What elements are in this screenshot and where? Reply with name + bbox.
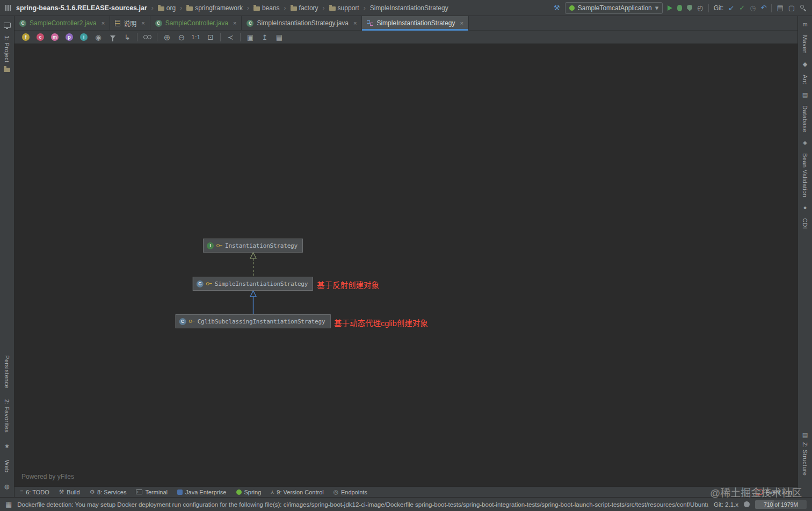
toolwindow-java-enterprise[interactable]: Java Enterprise — [177, 489, 226, 495]
close-icon[interactable]: × — [233, 20, 236, 26]
status-message[interactable]: Dockerfile detection: You may setup Dock… — [17, 501, 708, 508]
node-label: InstantiationStrategy — [225, 242, 298, 249]
sidebar-item-favorites[interactable]: 2: Favorites — [4, 399, 10, 433]
sidebar-item-database[interactable]: Database — [802, 105, 808, 132]
sidebar-item-ant[interactable]: Ant — [802, 75, 808, 84]
left-stripe-top-group: 1: Project — [0, 23, 14, 72]
key-icon — [216, 244, 222, 247]
properties-visibility-button[interactable]: p — [64, 32, 74, 42]
tab-shuoming[interactable]: 说明 × — [110, 16, 150, 30]
apply-layout-button[interactable]: ≺ — [226, 32, 235, 42]
sidebar-item-web[interactable]: Web — [4, 460, 10, 473]
structure-icon: ▤ — [802, 432, 808, 438]
separator — [157, 33, 157, 41]
close-icon[interactable]: × — [353, 20, 357, 26]
git-commit-icon[interactable]: ✓ — [739, 4, 745, 11]
build-hammer-icon[interactable]: ⚒ — [554, 4, 560, 11]
sidebar-item-bean-validation[interactable]: Bean Validation — [802, 153, 808, 197]
git-label: Git: — [714, 4, 724, 12]
toolwindow-endpoints[interactable]: ◎Endpoints — [334, 489, 367, 495]
breadcrumb-org[interactable]: org — [158, 4, 176, 12]
git-history-icon[interactable]: ◷ — [750, 4, 756, 11]
sidebar-item-structure[interactable]: Z: Structure — [802, 442, 808, 476]
close-icon[interactable]: × — [141, 20, 144, 26]
toolwindow-terminal[interactable]: ›Terminal — [136, 489, 168, 495]
toolwindow-version-control[interactable]: Y9: Version Control — [271, 489, 323, 495]
breadcrumb-springframework[interactable]: springframework — [186, 4, 243, 12]
inner-classes-visibility-button[interactable]: i — [79, 32, 89, 42]
coverage-button[interactable] — [687, 5, 692, 11]
diagram-node-simple-instantiation-strategy[interactable]: C SimpleInstantiationStrategy — [193, 277, 313, 291]
sidebar-item-cdi[interactable]: CDI — [802, 218, 808, 229]
breadcrumb-support[interactable]: support — [329, 4, 359, 12]
tab-label: 说明 — [124, 19, 136, 28]
breadcrumb-factory[interactable]: factory — [291, 4, 318, 12]
toolwindow-services[interactable]: ⚙8: Services — [90, 489, 127, 495]
run-config-selector[interactable]: SampleTomcatApplication ▾ — [565, 2, 663, 14]
window-icon[interactable]: ▢ — [788, 4, 795, 11]
sidebar-item-project[interactable]: 1: Project — [4, 35, 10, 62]
title-bar-actions: ⚒ SampleTomcatApplication ▾ ◴ Git: ↙ ✓ ◷… — [554, 2, 807, 14]
folder-icon[interactable] — [4, 68, 10, 72]
separator — [220, 33, 221, 41]
tab-simple-instantiation-strategy-diagram[interactable]: SimpleInstantiationStrategy × — [362, 16, 469, 30]
link-button[interactable] — [142, 32, 152, 42]
star-icon: ★ — [4, 443, 10, 449]
git-update-icon[interactable]: ↙ — [728, 4, 734, 11]
actual-size-button[interactable]: 1:1 — [191, 32, 201, 42]
close-icon[interactable]: × — [102, 20, 105, 26]
profiler-button[interactable]: ◴ — [697, 4, 703, 11]
diff-icon[interactable]: ▤ — [777, 4, 783, 11]
breadcrumb-jar[interactable]: spring-beans-5.1.6.RELEASE-sources.jar — [16, 4, 147, 12]
print-button[interactable]: ▤ — [274, 32, 284, 42]
git-branch-widget[interactable]: Git: 2.1.x — [714, 501, 738, 508]
toolwindow-todo[interactable]: ≡6: TODO — [20, 489, 49, 495]
right-stripe-top-group: m Maven ◆ Ant ▤ Database ◈ Bean Validati… — [798, 21, 812, 229]
search-everywhere-icon[interactable] — [800, 4, 807, 11]
zoom-in-button[interactable]: ⊕ — [162, 32, 172, 42]
sidebar-item-maven[interactable]: Maven — [802, 35, 808, 54]
cdi-icon: ● — [803, 205, 807, 211]
export-diagram-button[interactable]: ↥ — [260, 32, 270, 42]
key-icon — [206, 282, 212, 285]
diagram-edges — [15, 44, 798, 486]
tab-simple-instantiation-strategy-java[interactable]: C SimpleInstantiationStrategy.java × — [242, 16, 362, 30]
tab-sample-controller2[interactable]: C SampleController2.java × — [15, 16, 110, 30]
toolwindow-spring[interactable]: Spring — [236, 489, 262, 495]
run-button[interactable] — [668, 5, 672, 11]
toolwindow-build[interactable]: ⚒Build — [59, 489, 80, 495]
diagram-node-cglib-subclassing-instantiation-strategy[interactable]: C CglibSubclassingInstantiationStrategy — [176, 314, 331, 328]
tab-sample-controller[interactable]: C SampleController.java × — [150, 16, 242, 30]
tool-windows-toggle-icon[interactable]: ▦ — [5, 501, 12, 508]
class-icon: C — [19, 20, 26, 27]
fields-visibility-button[interactable]: f — [21, 32, 31, 42]
sidebar-item-persistence[interactable]: Persistence — [4, 355, 10, 388]
constructors-visibility-button[interactable]: c — [35, 32, 45, 42]
diagram-node-instantiation-strategy[interactable]: I InstantiationStrategy — [203, 239, 303, 253]
terminal-icon: › — [136, 490, 142, 494]
breadcrumb-class[interactable]: SimpleInstantiationStrategy — [370, 4, 448, 12]
tab-label: SimpleInstantiationStrategy.java — [257, 19, 349, 27]
fit-content-button[interactable]: ⊡ — [206, 32, 215, 42]
breadcrumb-separator: › — [150, 4, 155, 12]
save-diagram-button[interactable]: ▣ — [245, 32, 255, 42]
git-rollback-icon[interactable]: ↶ — [761, 4, 767, 11]
zoom-out-button[interactable]: ⊖ — [177, 32, 186, 42]
app-menu-icon[interactable] — [5, 5, 11, 11]
diagram-icon — [367, 20, 373, 26]
methods-visibility-button[interactable]: m — [50, 32, 60, 42]
class-icon: C — [155, 20, 162, 27]
filter-button[interactable] — [108, 32, 118, 42]
memory-indicator[interactable]: 710 of 1979M — [755, 500, 807, 509]
visibility-level-button[interactable]: ◉ — [93, 32, 103, 42]
diagram-canvas[interactable]: I InstantiationStrategy C SimpleInstanti… — [15, 44, 798, 486]
key-icon — [189, 320, 195, 323]
diagram-toolbar: f c m p i ◉ ↳ ⊕ ⊖ 1:1 ⊡ ≺ ▣ ↥ ▤ — [15, 31, 798, 44]
breadcrumb-beans[interactable]: beans — [253, 4, 280, 12]
left-tool-stripe: 1: Project Persistence 2: Favorites ★ We… — [0, 16, 15, 497]
site-watermark: @稀土掘金技术社区 — [710, 485, 802, 499]
close-icon[interactable]: × — [460, 20, 463, 26]
edge-creation-button[interactable]: ↳ — [122, 32, 132, 42]
debug-button[interactable] — [677, 5, 682, 11]
inspections-icon[interactable] — [744, 501, 750, 507]
